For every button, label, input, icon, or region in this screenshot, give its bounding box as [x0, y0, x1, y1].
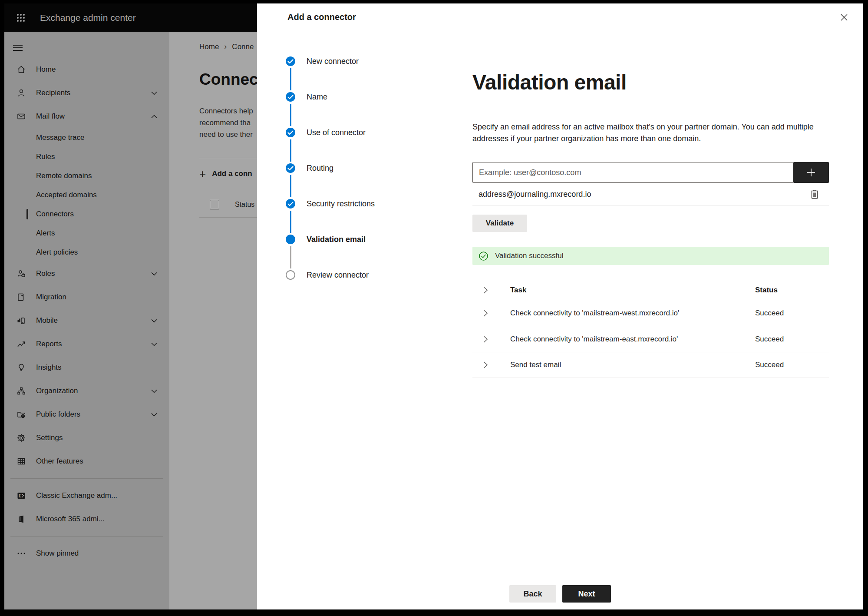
close-button[interactable]	[836, 10, 852, 25]
task-cell: Send test email	[510, 361, 755, 369]
chevron-right-icon[interactable]	[483, 335, 492, 343]
table-row: Check connectivity to 'mailstream-east.m…	[472, 326, 829, 352]
modal-header: Add a connector	[257, 3, 863, 31]
step-new-connector[interactable]: New connector	[286, 56, 441, 92]
status-column-header: Status	[755, 286, 829, 295]
step-review-connector[interactable]: Review connector	[286, 270, 441, 306]
delete-address-button[interactable]	[810, 189, 819, 199]
step-complete-icon	[286, 92, 295, 102]
next-button[interactable]: Next	[562, 585, 611, 603]
step-label: Use of connector	[307, 128, 366, 137]
step-complete-icon	[286, 128, 295, 137]
chevron-right-icon[interactable]	[483, 361, 492, 369]
email-address-input[interactable]	[472, 162, 793, 183]
task-cell: Check connectivity to 'mailstream-east.m…	[510, 335, 755, 344]
status-cell: Succeed	[755, 361, 829, 369]
step-use-of-connector[interactable]: Use of connector	[286, 128, 441, 163]
validation-tasks-table: Task Status Check connectivity to 'mails…	[472, 281, 829, 378]
wizard-steps: New connector Name Use of connector Rout…	[257, 31, 441, 578]
chevron-right-icon[interactable]	[483, 286, 492, 294]
task-cell: Check connectivity to 'mailstream-west.m…	[510, 309, 755, 318]
task-column-header: Task	[510, 286, 755, 295]
added-address: address@journaling.mxrecord.io	[479, 190, 591, 199]
step-upcoming-icon	[286, 270, 295, 280]
table-header-row: Task Status	[472, 281, 829, 300]
step-validation-email[interactable]: Validation email	[286, 235, 441, 270]
panel-title: Validation email	[472, 70, 829, 94]
step-name[interactable]: Name	[286, 92, 441, 128]
modal-footer: Back Next	[257, 578, 863, 609]
status-cell: Succeed	[755, 309, 829, 318]
back-button[interactable]: Back	[509, 585, 556, 603]
add-connector-modal: Add a connector New connector Name	[257, 3, 863, 609]
close-icon	[840, 13, 848, 22]
step-label: Security restrictions	[307, 199, 375, 209]
table-row: Check connectivity to 'mailstream-west.m…	[472, 300, 829, 326]
table-row: Send test email Succeed	[472, 352, 829, 378]
step-complete-icon	[286, 56, 295, 66]
app-window: Exchange admin center Home Recipients	[4, 3, 863, 609]
step-routing[interactable]: Routing	[286, 163, 441, 199]
add-address-button[interactable]	[793, 162, 829, 183]
trash-icon	[810, 189, 819, 199]
modal-title: Add a connector	[287, 12, 356, 22]
validate-button[interactable]: Validate	[472, 215, 527, 232]
step-complete-icon	[286, 199, 295, 209]
banner-message: Validation successful	[495, 252, 564, 260]
step-complete-icon	[286, 163, 295, 173]
step-label: Routing	[307, 163, 333, 173]
step-label: Review connector	[307, 270, 369, 280]
status-cell: Succeed	[755, 335, 829, 344]
validation-success-banner: Validation successful	[472, 247, 829, 265]
chevron-right-icon[interactable]	[483, 309, 492, 317]
plus-icon	[806, 168, 816, 177]
success-check-icon	[479, 251, 488, 261]
step-label: Name	[307, 92, 327, 102]
step-active-icon	[286, 235, 295, 244]
step-label: Validation email	[307, 235, 366, 244]
validation-email-panel: Validation email Specify an email addres…	[441, 31, 863, 578]
added-address-row: address@journaling.mxrecord.io	[472, 183, 829, 206]
step-label: New connector	[307, 56, 359, 66]
step-security-restrictions[interactable]: Security restrictions	[286, 199, 441, 235]
panel-description: Specify an email address for an active m…	[472, 121, 820, 145]
